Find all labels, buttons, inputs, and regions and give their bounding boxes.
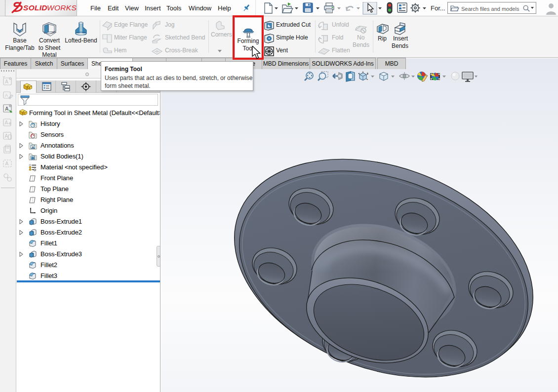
svg-text:A: A: [5, 106, 9, 112]
svg-text:A: A: [5, 79, 8, 84]
svg-text:A: A: [5, 133, 8, 139]
svg-text:A: A: [5, 120, 8, 125]
svg-text:A: A: [32, 145, 35, 150]
svg-text:A: A: [5, 93, 8, 98]
svg-text:A: A: [5, 161, 9, 166]
svg-text:SOLID: SOLID: [23, 3, 47, 12]
svg-text:WORKS: WORKS: [47, 3, 77, 12]
